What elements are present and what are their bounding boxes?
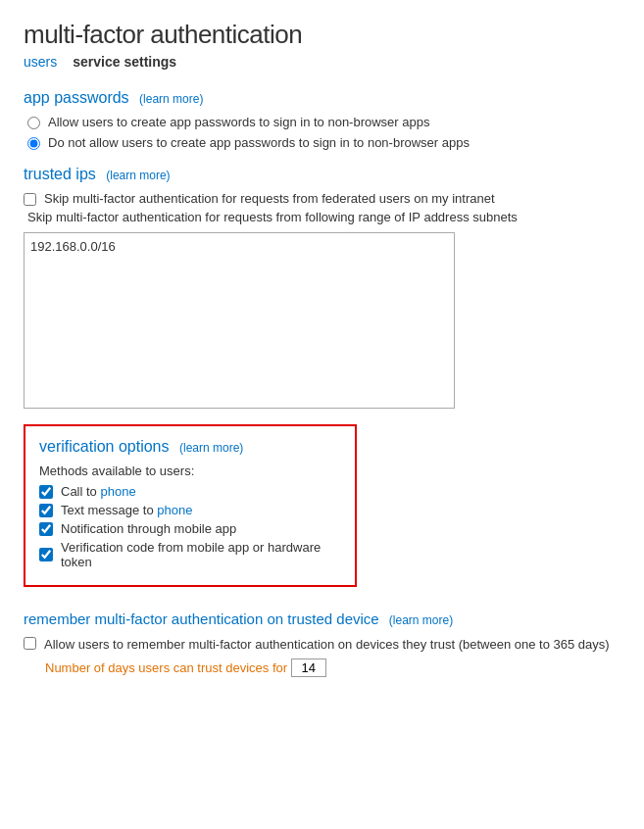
page-title: multi-factor authentication [24, 20, 620, 50]
checkbox-notification-mobile-app[interactable] [39, 522, 53, 536]
app-passwords-radio2[interactable] [27, 137, 40, 150]
checkbox-verification-code[interactable] [39, 548, 53, 561]
trusted-ips-title: trusted ips (learn more) [24, 166, 620, 183]
allow-remember-checkbox[interactable] [24, 637, 36, 650]
skip-federated-checkbox-item[interactable]: Skip multi-factor authentication for req… [24, 191, 620, 206]
app-passwords-title: app passwords (learn more) [24, 89, 620, 107]
app-passwords-option2[interactable]: Do not allow users to create app passwor… [27, 135, 620, 150]
tabs-bar: users service settings [24, 54, 620, 72]
days-input[interactable] [291, 658, 326, 677]
app-passwords-learn-more[interactable]: (learn more) [139, 92, 203, 106]
trusted-ips-learn-more[interactable]: (learn more) [106, 169, 170, 182]
ip-subnet-textarea[interactable]: 192.168.0.0/16 [24, 232, 455, 409]
app-passwords-radio-group: Allow users to create app passwords to s… [27, 115, 620, 150]
trusted-ips-section: trusted ips (learn more) Skip multi-fact… [24, 166, 620, 409]
allow-remember-checkbox-item[interactable]: Allow users to remember multi-factor aut… [24, 635, 620, 655]
app-passwords-option1[interactable]: Allow users to create app passwords to s… [27, 115, 620, 129]
methods-label: Methods available to users: [39, 463, 341, 478]
remember-mfa-learn-more[interactable]: (learn more) [389, 613, 453, 627]
checkbox-call-to-phone[interactable] [39, 485, 53, 499]
app-passwords-section: app passwords (learn more) Allow users t… [24, 89, 620, 150]
remember-mfa-title: remember multi-factor authentication on … [24, 610, 620, 627]
verification-options-section: verification options (learn more) Method… [24, 424, 357, 587]
option-text-message[interactable]: Text message to phone [39, 503, 341, 517]
option-call-to-phone[interactable]: Call to phone [39, 484, 341, 499]
verification-options-learn-more[interactable]: (learn more) [179, 441, 243, 455]
verification-options-title: verification options (learn more) [39, 438, 341, 456]
option-notification-mobile-app[interactable]: Notification through mobile app [39, 521, 341, 536]
skip-federated-checkbox[interactable] [24, 193, 36, 206]
remember-mfa-section: remember multi-factor authentication on … [24, 610, 620, 677]
skip-range-text: Skip multi-factor authentication for req… [24, 210, 620, 224]
tab-users[interactable]: users [24, 54, 57, 72]
tab-service-settings[interactable]: service settings [73, 54, 176, 72]
app-passwords-radio1[interactable] [27, 117, 40, 129]
checkbox-text-message[interactable] [39, 504, 53, 517]
days-line: Number of days users can trust devices f… [45, 658, 620, 677]
option-verification-code[interactable]: Verification code from mobile app or har… [39, 540, 341, 569]
